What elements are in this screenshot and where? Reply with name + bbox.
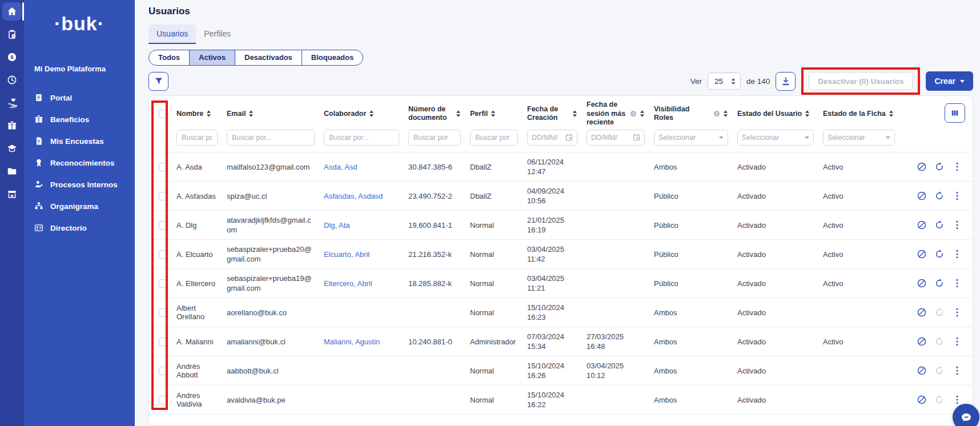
row-checkbox[interactable] (159, 192, 167, 200)
column-header-fecha_creacion[interactable]: Fecha de Creación (523, 96, 582, 128)
row-menu-button[interactable] (952, 278, 962, 288)
column-header-email[interactable]: Email (222, 96, 319, 128)
rail-item-dollar[interactable]: $ (0, 46, 24, 69)
sidebar-item-portal[interactable]: Portal (24, 87, 135, 108)
info-icon[interactable]: ? (713, 110, 720, 117)
reset-password-button[interactable] (934, 220, 945, 230)
reset-password-button[interactable] (934, 278, 945, 288)
sort-icon[interactable] (889, 110, 894, 118)
reset-password-button[interactable] (934, 395, 945, 405)
colaborador-link[interactable]: Eltercero, Abril (324, 279, 372, 288)
colaborador-link[interactable]: Elcuarto, Abril (324, 250, 369, 259)
sidebar-item-beneficios[interactable]: Beneficios (24, 108, 135, 130)
column-header-perfil[interactable]: Perfil (465, 96, 523, 128)
deactivate-user-button[interactable] (917, 365, 927, 376)
reset-password-button[interactable] (934, 249, 945, 259)
rail-item-graduation-cap[interactable] (0, 137, 24, 160)
column-header-nombre[interactable]: Nombre (172, 96, 222, 128)
column-header-visibilidad[interactable]: Visibilidad Roles? (649, 96, 733, 128)
sort-icon[interactable] (248, 110, 254, 118)
sort-icon[interactable] (456, 110, 461, 118)
row-checkbox[interactable] (159, 163, 167, 171)
reset-password-button[interactable] (934, 365, 945, 376)
select-filter-estado_ficha[interactable]: Seleccionar (823, 130, 895, 146)
chat-fab-button[interactable] (953, 404, 979, 426)
deactivate-user-button[interactable] (917, 249, 927, 259)
sort-icon[interactable] (805, 110, 810, 118)
row-menu-button[interactable] (952, 220, 962, 230)
row-menu-button[interactable] (952, 162, 962, 172)
row-checkbox[interactable] (159, 279, 167, 288)
colaborador-link[interactable]: Asda, Asd (324, 163, 358, 171)
deactivate-user-button[interactable] (917, 191, 927, 201)
column-search-input-email[interactable] (227, 130, 315, 146)
date-filter-fecha_sesion[interactable]: DD/MM/ (587, 130, 645, 146)
rail-item-storefront[interactable] (0, 183, 24, 206)
sort-icon[interactable] (206, 110, 211, 118)
row-checkbox[interactable] (159, 308, 167, 317)
column-header-estado_ficha[interactable]: Estado de la Ficha (818, 96, 899, 128)
row-checkbox[interactable] (159, 221, 167, 230)
column-search-input-documento[interactable] (408, 130, 461, 146)
sort-icon[interactable] (723, 110, 728, 118)
rail-item-folder[interactable] (0, 160, 24, 183)
row-menu-button[interactable] (952, 395, 962, 405)
rail-item-home[interactable] (0, 0, 24, 23)
tab-perfiles[interactable]: Perfiles (196, 25, 239, 44)
info-icon[interactable]: ? (630, 110, 637, 117)
row-menu-button[interactable] (952, 365, 962, 376)
page-size-select[interactable]: 25 (708, 73, 741, 90)
row-menu-button[interactable] (952, 249, 962, 259)
segment-todos[interactable]: Todos (149, 50, 190, 65)
sort-icon[interactable] (640, 110, 645, 118)
download-button[interactable] (776, 72, 796, 91)
sort-icon[interactable] (369, 110, 374, 118)
sidebar-item-reconocimientos[interactable]: Reconocimientos (24, 152, 135, 174)
select-filter-visibilidad[interactable]: Seleccionar (654, 130, 728, 146)
reset-password-button[interactable] (934, 191, 945, 201)
column-search-input-colaborador[interactable] (324, 130, 399, 146)
reset-password-button[interactable] (934, 162, 945, 172)
row-checkbox[interactable] (159, 396, 167, 404)
row-menu-button[interactable] (952, 336, 962, 347)
select-filter-estado_usuario[interactable]: Seleccionar (737, 130, 814, 146)
rail-item-gift[interactable] (0, 114, 24, 137)
filter-button[interactable] (148, 72, 168, 91)
deactivate-user-button[interactable] (917, 278, 927, 288)
rail-item-clipboard-clock[interactable] (0, 23, 24, 46)
column-search-input-perfil[interactable] (470, 130, 518, 146)
colaborador-link[interactable]: Malianni, Agustin (324, 337, 380, 346)
row-menu-button[interactable] (952, 191, 962, 201)
segment-activos[interactable]: Activos (190, 50, 235, 65)
sidebar-item-procesos-internos[interactable]: Procesos Internos (24, 174, 135, 195)
deactivate-user-button[interactable] (917, 220, 927, 230)
select-all-checkbox[interactable] (159, 110, 167, 118)
reset-password-button[interactable] (934, 307, 945, 318)
row-menu-button[interactable] (952, 307, 962, 318)
desactivar-button[interactable]: Desactivar (0) Usuarios (809, 72, 913, 90)
sidebar-item-organigrama[interactable]: Organigrama (24, 195, 135, 217)
row-checkbox[interactable] (159, 250, 167, 259)
column-header-fecha_sesion[interactable]: Fecha de sesión más reciente? (582, 96, 649, 128)
row-checkbox[interactable] (159, 367, 167, 375)
column-picker-button[interactable] (945, 103, 965, 123)
row-checkbox[interactable] (159, 337, 167, 346)
deactivate-user-button[interactable] (917, 336, 927, 347)
colaborador-link[interactable]: Asfasdas, Asdasd (324, 192, 383, 200)
column-header-documento[interactable]: Número de documento (404, 96, 465, 128)
crear-button[interactable]: Crear (926, 71, 973, 91)
segment-bloqueados[interactable]: Bloqueados (302, 50, 363, 65)
tab-usuarios[interactable]: Usuarios (148, 25, 196, 44)
deactivate-user-button[interactable] (917, 395, 927, 405)
deactivate-user-button[interactable] (917, 162, 927, 172)
rail-item-hand-heart[interactable] (0, 91, 24, 114)
sort-icon[interactable] (491, 110, 496, 118)
column-search-input-nombre[interactable] (176, 130, 218, 146)
sidebar-item-directorio[interactable]: Directorio (24, 217, 135, 239)
sort-icon[interactable] (572, 110, 577, 118)
reset-password-button[interactable] (934, 336, 945, 347)
column-header-colaborador[interactable]: Colaborador (319, 96, 404, 128)
column-header-estado_usuario[interactable]: Estado del Usuario (733, 96, 818, 128)
rail-item-clock[interactable] (0, 69, 24, 91)
deactivate-user-button[interactable] (917, 307, 927, 318)
